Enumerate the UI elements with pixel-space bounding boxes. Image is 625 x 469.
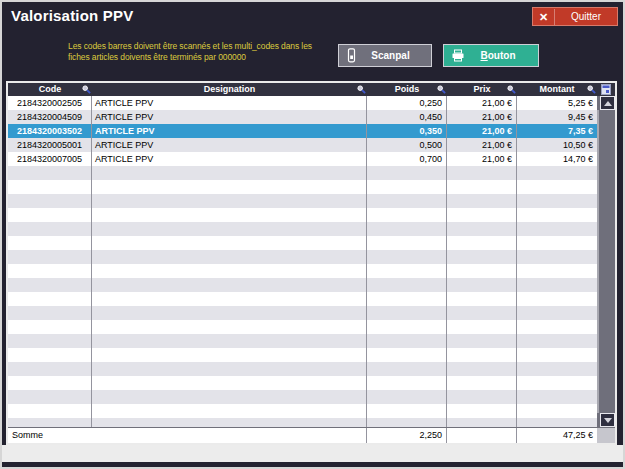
column-header-poids[interactable]: Poids: [367, 83, 447, 96]
column-header-code[interactable]: Code: [8, 83, 92, 96]
cell-designation: ARTICLE PPV: [92, 138, 367, 152]
table-row-empty[interactable]: [8, 236, 597, 250]
cell-designation: [92, 390, 367, 404]
vertical-scrollbar[interactable]: [597, 83, 615, 443]
cell-poids: [367, 208, 447, 222]
quit-button[interactable]: ✕ Quitter: [532, 7, 618, 26]
cell-montant: [517, 222, 597, 236]
cell-poids: [367, 180, 447, 194]
scrollbar-track[interactable]: [597, 110, 615, 413]
table-row-empty[interactable]: [8, 278, 597, 292]
cell-designation: [92, 250, 367, 264]
cell-poids: [367, 236, 447, 250]
cell-montant: [517, 166, 597, 180]
cell-designation: [92, 222, 367, 236]
scanner-icon: [346, 48, 357, 63]
table-row[interactable]: 2184320005001ARTICLE PPV0,50021,00 €10,5…: [8, 138, 597, 152]
column-header-prix[interactable]: Prix: [447, 83, 517, 96]
table-row[interactable]: 2184320003502ARTICLE PPV0,35021,00 €7,35…: [8, 124, 597, 138]
cell-montant: [517, 208, 597, 222]
cell-code: 2184320003502: [8, 124, 92, 138]
table-row-empty[interactable]: [8, 418, 597, 427]
table-row-empty[interactable]: [8, 208, 597, 222]
cell-code: [8, 320, 92, 334]
table-row[interactable]: 2184320007005ARTICLE PPV0,70021,00 €14,7…: [8, 152, 597, 166]
cell-designation: [92, 236, 367, 250]
search-icon[interactable]: [507, 85, 516, 94]
table-row-empty[interactable]: [8, 376, 597, 390]
search-icon[interactable]: [587, 85, 596, 94]
search-icon[interactable]: [437, 85, 446, 94]
cell-designation: [92, 264, 367, 278]
table-row-empty[interactable]: [8, 166, 597, 180]
cell-designation: ARTICLE PPV: [92, 124, 367, 138]
summary-montant: 47,25 €: [517, 428, 597, 443]
table-row-empty[interactable]: [8, 362, 597, 376]
cell-montant: [517, 320, 597, 334]
cell-prix: [447, 166, 517, 180]
cell-prix: 21,00 €: [447, 138, 517, 152]
cell-designation: ARTICLE PPV: [92, 110, 367, 124]
search-icon[interactable]: [357, 85, 366, 94]
column-label-montant: Montant: [540, 84, 575, 94]
cell-prix: [447, 404, 517, 418]
table-row-empty[interactable]: [8, 180, 597, 194]
cell-poids: 0,450: [367, 110, 447, 124]
cell-montant: [517, 194, 597, 208]
table-row-empty[interactable]: [8, 404, 597, 418]
cell-designation: [92, 320, 367, 334]
cell-montant: [517, 292, 597, 306]
scroll-down-button[interactable]: [600, 413, 615, 427]
cell-code: [8, 362, 92, 376]
cell-poids: [367, 376, 447, 390]
cell-code: [8, 376, 92, 390]
cell-code: [8, 334, 92, 348]
bouton-button[interactable]: Bouton: [443, 44, 539, 67]
table-row-empty[interactable]: [8, 292, 597, 306]
notice-line-1: Les codes barres doivent être scannés et…: [68, 41, 312, 52]
table-options-icon[interactable]: [597, 83, 615, 96]
cell-poids: [367, 166, 447, 180]
table-row-empty[interactable]: [8, 306, 597, 320]
grid-header: CodeDesignationPoidsPrixMontant: [8, 83, 597, 96]
cell-prix: [447, 292, 517, 306]
table-row[interactable]: 2184320002505ARTICLE PPV0,25021,00 €5,25…: [8, 96, 597, 110]
scanpal-button[interactable]: Scanpal: [338, 44, 432, 67]
cell-poids: [367, 194, 447, 208]
table-row-empty[interactable]: [8, 222, 597, 236]
table-row-empty[interactable]: [8, 264, 597, 278]
cell-designation: [92, 292, 367, 306]
cell-poids: [367, 222, 447, 236]
table-row-empty[interactable]: [8, 194, 597, 208]
cell-montant: [517, 264, 597, 278]
cell-montant: [517, 348, 597, 362]
scroll-up-button[interactable]: [600, 96, 615, 110]
cell-poids: [367, 292, 447, 306]
cell-montant: [517, 334, 597, 348]
table-row-empty[interactable]: [8, 390, 597, 404]
column-header-montant[interactable]: Montant: [517, 83, 597, 96]
cell-poids: [367, 418, 447, 427]
cell-montant: [517, 404, 597, 418]
cell-montant: [517, 278, 597, 292]
cell-designation: [92, 278, 367, 292]
cell-poids: [367, 362, 447, 376]
table-row[interactable]: 2184320004509ARTICLE PPV0,45021,00 €9,45…: [8, 110, 597, 124]
cell-montant: [517, 376, 597, 390]
app-window: Valorisation PPV ✕ Quitter Les codes bar…: [0, 0, 625, 469]
cell-poids: [367, 334, 447, 348]
table-row-empty[interactable]: [8, 334, 597, 348]
table-row-empty[interactable]: [8, 250, 597, 264]
cell-code: 2184320002505: [8, 96, 92, 110]
table-row-empty[interactable]: [8, 320, 597, 334]
cell-designation: [92, 166, 367, 180]
cell-code: [8, 390, 92, 404]
search-icon[interactable]: [82, 85, 91, 94]
cell-prix: [447, 390, 517, 404]
cell-montant: [517, 250, 597, 264]
cell-poids: [367, 348, 447, 362]
summary-poids: 2,250: [367, 428, 447, 443]
table-row-empty[interactable]: [8, 348, 597, 362]
column-header-designation[interactable]: Designation: [92, 83, 367, 96]
cell-code: 2184320005001: [8, 138, 92, 152]
